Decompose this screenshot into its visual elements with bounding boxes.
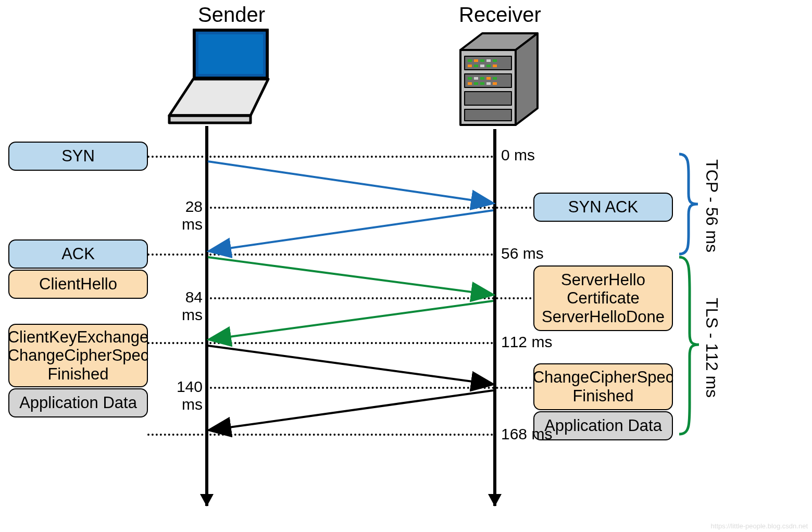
box-ack: ACK xyxy=(8,239,148,269)
svg-rect-27 xyxy=(486,77,491,80)
svg-rect-18 xyxy=(493,59,497,62)
svg-marker-4 xyxy=(169,79,268,116)
arrow-synack xyxy=(210,210,493,251)
box-ack-text: ACK xyxy=(61,245,95,263)
svg-rect-15 xyxy=(474,59,478,62)
time-0ms: 0 ms xyxy=(501,146,535,164)
dotted-0ms xyxy=(147,156,493,158)
svg-rect-33 xyxy=(493,82,497,85)
arrow-serverhello xyxy=(210,301,493,339)
time-112ms: 112 ms xyxy=(501,333,552,351)
svg-rect-14 xyxy=(468,59,472,62)
dotted-56ms xyxy=(147,254,493,256)
box-synack-text: SYN ACK xyxy=(568,198,638,217)
dotted-84ms xyxy=(206,297,532,299)
time-140ms: 140 ms xyxy=(154,378,203,413)
svg-rect-22 xyxy=(486,65,491,67)
dotted-28ms xyxy=(206,207,532,209)
svg-rect-3 xyxy=(198,34,263,74)
box-clienthello: ClientHello xyxy=(8,270,148,299)
svg-rect-32 xyxy=(486,82,491,85)
svg-rect-25 xyxy=(474,77,478,80)
svg-rect-17 xyxy=(486,59,491,62)
bracket-tcp xyxy=(679,154,698,254)
svg-rect-21 xyxy=(480,65,484,67)
svg-rect-31 xyxy=(480,82,484,85)
box-appdata-left: Application Data xyxy=(8,388,148,417)
box-sh-l1: ServerHello xyxy=(561,271,645,289)
time-28ms: 28 ms xyxy=(161,198,203,233)
box-clienthello-text: ClientHello xyxy=(39,275,117,294)
svg-rect-24 xyxy=(468,77,472,80)
bracket-tcp-label: TCP - 56 ms xyxy=(702,159,721,252)
box-syn: SYN xyxy=(8,142,148,171)
dotted-168ms xyxy=(147,434,493,436)
box-cke-l1: ClientKeyExchange xyxy=(8,328,149,347)
svg-rect-26 xyxy=(480,77,484,80)
svg-marker-8 xyxy=(516,33,538,125)
bracket-tls xyxy=(679,257,699,434)
svg-rect-23 xyxy=(493,65,497,67)
receiver-label: Receiver xyxy=(458,3,542,27)
box-syn-text: SYN xyxy=(61,147,95,166)
watermark: https://little-people.blog.csdn.net xyxy=(711,522,808,530)
box-sh-l3: ServerHelloDone xyxy=(542,308,665,326)
svg-rect-10 xyxy=(465,56,511,70)
sender-label: Sender xyxy=(198,3,260,27)
svg-rect-28 xyxy=(493,77,497,80)
arrow-ccs xyxy=(210,390,493,430)
svg-rect-11 xyxy=(465,74,511,87)
bracket-tls-label: TLS - 112 ms xyxy=(702,298,721,398)
dotted-140ms xyxy=(206,387,532,389)
time-168ms: 168 ms xyxy=(501,425,552,443)
box-appdata-right-text: Application Data xyxy=(544,416,662,435)
box-serverhello: ServerHello Certificate ServerHelloDone xyxy=(533,265,673,331)
svg-rect-16 xyxy=(480,59,484,62)
arrow-cke xyxy=(208,346,492,384)
arrow-clienthello xyxy=(208,257,492,295)
box-appdata-right: Application Data xyxy=(533,411,673,440)
box-changecipherspec: ChangeCipherSpec Finished xyxy=(533,363,673,410)
box-clientkeyexchange: ClientKeyExchange ChangeCipherSpec Finis… xyxy=(8,324,148,387)
arrow-syn xyxy=(208,161,492,203)
laptop-icon xyxy=(163,26,278,125)
box-sh-l2: Certificate xyxy=(567,289,640,308)
box-synack: SYN ACK xyxy=(533,193,673,222)
time-84ms: 84 ms xyxy=(161,288,203,324)
sender-timeline xyxy=(205,126,208,506)
svg-rect-13 xyxy=(465,109,511,121)
box-ccs-l2: Finished xyxy=(572,387,633,406)
svg-rect-12 xyxy=(465,92,511,105)
receiver-timeline xyxy=(493,129,496,506)
box-cke-l3: Finished xyxy=(47,365,108,384)
svg-rect-20 xyxy=(474,65,478,67)
time-56ms: 56 ms xyxy=(501,245,544,262)
svg-rect-29 xyxy=(468,82,472,85)
dotted-112ms xyxy=(147,342,493,344)
svg-rect-30 xyxy=(474,82,478,85)
box-appdata-left-text: Application Data xyxy=(19,394,137,412)
server-icon xyxy=(455,27,544,131)
svg-rect-19 xyxy=(468,65,472,67)
box-ccs-l1: ChangeCipherSpec xyxy=(533,368,674,387)
box-cke-l2: ChangeCipherSpec xyxy=(8,346,149,365)
